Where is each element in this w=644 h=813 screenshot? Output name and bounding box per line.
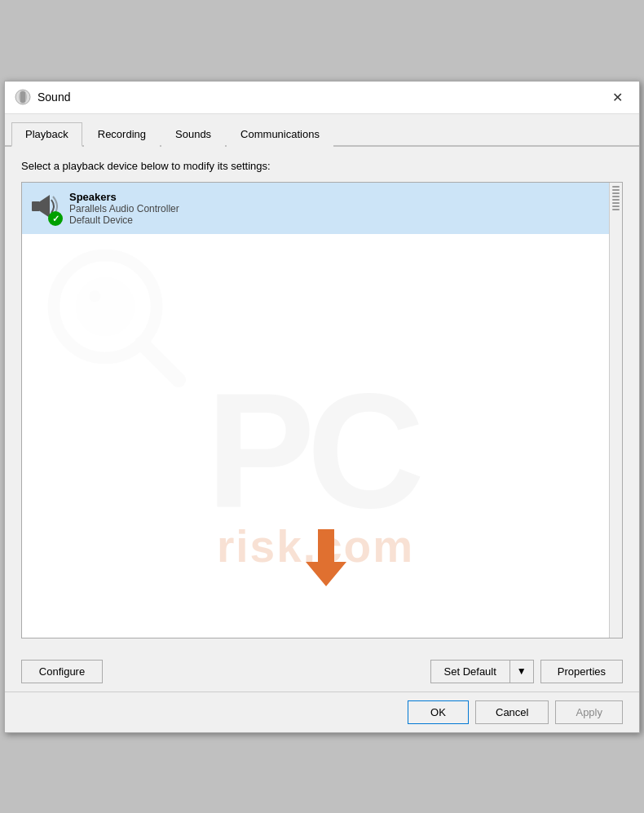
device-item-speakers[interactable]: ✓ Speakers Parallels Audio Controller De…	[22, 183, 622, 234]
tab-recording[interactable]: Recording	[84, 122, 160, 147]
scrollbar[interactable]	[609, 183, 622, 638]
arrow-down-indicator	[306, 529, 346, 589]
device-name: Speakers	[69, 191, 615, 203]
title-bar: Sound ✕	[5, 82, 639, 114]
svg-marker-8	[306, 529, 346, 586]
right-buttons: Set Default ▼ Properties	[430, 660, 623, 683]
sound-dialog: Sound ✕ Playback Recording Sounds Commun…	[4, 81, 640, 733]
svg-rect-2	[32, 201, 40, 211]
window-icon	[15, 89, 31, 105]
scrollbar-thumb	[610, 183, 622, 214]
tab-sounds[interactable]: Sounds	[161, 122, 225, 147]
tab-communications[interactable]: Communications	[227, 122, 333, 147]
configure-button[interactable]: Configure	[21, 660, 103, 683]
tab-playback[interactable]: Playback	[11, 122, 82, 147]
properties-button[interactable]: Properties	[540, 660, 623, 683]
close-button[interactable]: ✕	[605, 87, 629, 107]
window-title: Sound	[37, 91, 605, 104]
footer: OK Cancel Apply	[5, 691, 639, 732]
device-subtitle1: Parallels Audio Controller	[69, 203, 615, 214]
action-buttons: Configure Set Default ▼ Properties	[5, 652, 639, 691]
device-icon-wrapper: ✓	[29, 192, 61, 224]
device-info: Speakers Parallels Audio Controller Defa…	[69, 191, 615, 226]
tab-content: Select a playback device below to modify…	[5, 147, 639, 652]
description-text: Select a playback device below to modify…	[21, 160, 623, 172]
set-default-dropdown-button[interactable]: ▼	[509, 660, 534, 683]
svg-point-7	[89, 290, 100, 302]
set-default-button[interactable]: Set Default	[430, 660, 509, 683]
default-check-icon: ✓	[48, 211, 63, 226]
ok-button[interactable]: OK	[408, 700, 469, 724]
cancel-button[interactable]: Cancel	[475, 700, 549, 724]
svg-line-5	[142, 343, 179, 380]
svg-point-4	[54, 255, 157, 358]
set-default-wrapper: Set Default ▼	[430, 660, 534, 683]
device-subtitle2: Default Device	[69, 214, 615, 226]
device-list[interactable]: ✓ Speakers Parallels Audio Controller De…	[21, 182, 623, 638]
apply-button[interactable]: Apply	[555, 700, 623, 724]
tab-bar: Playback Recording Sounds Communications	[5, 114, 639, 147]
svg-point-6	[76, 277, 135, 336]
